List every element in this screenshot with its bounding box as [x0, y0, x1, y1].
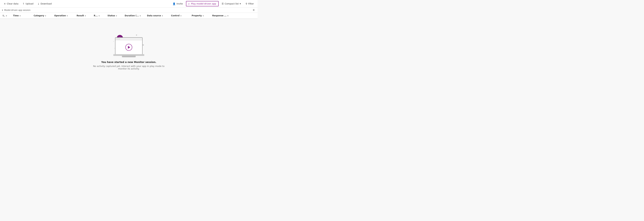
upload-icon: ↑ [22, 3, 24, 5]
download-button[interactable]: ↓ Download [36, 1, 53, 6]
toolbar-left: ✕ Clear data ↑ Upload ↓ Download [2, 1, 170, 6]
list-icon: ☰ [222, 3, 224, 5]
chevron-down-icon: ∨ [98, 15, 100, 17]
compact-list-button[interactable]: ☰ Compact list ▾ [220, 1, 243, 6]
session-label: Model-driven app session [4, 9, 30, 11]
column-status-label: Status [108, 15, 115, 17]
laptop-screen-top [116, 38, 142, 40]
laptop-dot-2 [118, 39, 119, 39]
invite-label: Invite [176, 3, 183, 5]
column-header-datasource[interactable]: Data source ∨ [146, 15, 170, 17]
chevron-down-icon: ∨ [140, 15, 141, 17]
laptop-stand [122, 56, 136, 57]
empty-state-subtitle: No activity captured yet. Interact with … [89, 65, 168, 70]
column-time-label: Time [13, 15, 19, 17]
play-triangle [128, 46, 130, 49]
column-duration-label: Duration (... [125, 15, 139, 17]
laptop-dot-1 [116, 39, 117, 39]
person-icon: 👤 [172, 3, 176, 5]
upload-button[interactable]: ↑ Upload [21, 1, 35, 6]
empty-state-illustration: + – – + + [112, 33, 146, 57]
session-bar: ℹ Model-driven app session ✕ [0, 8, 258, 13]
column-result-label: Result [76, 15, 84, 17]
play-circle-icon [125, 44, 132, 51]
play-model-driven-app-button[interactable]: ▷ Play model-driven app [186, 1, 218, 6]
chevron-down-icon: ∨ [20, 15, 21, 17]
filter-button[interactable]: ⚲ Filter [244, 1, 256, 6]
decoration-plus-2: + [142, 44, 144, 46]
laptop-screen [115, 37, 142, 55]
chevron-down-icon: ∨ [162, 15, 163, 17]
column-header-duration[interactable]: Duration (... ∨ [123, 15, 146, 17]
column-header-id[interactable]: I.. ∨ [1, 15, 12, 17]
column-operation-label: Operation [54, 15, 66, 17]
column-category-label: Category [34, 15, 44, 17]
toolbar: ✕ Clear data ↑ Upload ↓ Download 👤 Invit… [0, 0, 258, 8]
info-icon: ℹ [2, 9, 3, 11]
chevron-down-icon: ▾ [240, 3, 241, 5]
decoration-plus-1: + [136, 34, 138, 36]
column-header-property[interactable]: Property ∨ [190, 15, 211, 17]
download-label: Download [40, 3, 52, 5]
decoration-dash-1: – [112, 40, 114, 43]
column-header-r[interactable]: R... ∨ [92, 15, 106, 17]
column-header-response[interactable]: Response ... ∨ [211, 15, 235, 17]
column-header-time[interactable]: Time ∨ [12, 15, 32, 17]
column-header-category[interactable]: Category ∨ [32, 15, 53, 17]
upload-label: Upload [26, 3, 34, 5]
clear-data-label: Clear data [7, 3, 18, 5]
empty-state-title: You have started a new Monitor session. [101, 61, 156, 64]
column-header-control[interactable]: Control ∨ [170, 15, 190, 17]
laptop-screen-content [116, 40, 142, 54]
laptop-dot-3 [119, 39, 120, 39]
close-session-button[interactable]: ✕ [252, 8, 256, 12]
filter-label: Filter [248, 3, 254, 5]
column-datasource-label: Data source [147, 15, 161, 17]
close-icon: ✕ [4, 3, 6, 5]
toolbar-right: 👤 Invite ▷ Play model-driven app ☰ Compa… [171, 1, 256, 6]
column-control-label: Control [171, 15, 180, 17]
clear-data-button[interactable]: ✕ Clear data [2, 1, 20, 6]
chevron-down-icon: ∨ [180, 15, 182, 17]
column-r-label: R... [94, 15, 98, 17]
chevron-down-icon: ∨ [202, 15, 204, 17]
column-header-result[interactable]: Result ∨ [75, 15, 92, 17]
column-headers: I.. ∨ Time ∨ Category ∨ Operation ∨ Resu… [0, 13, 258, 19]
column-header-operation[interactable]: Operation ∨ [53, 15, 75, 17]
play-label: Play model-driven app [191, 3, 216, 5]
filter-icon: ⚲ [246, 3, 247, 5]
column-response-label: Response ... [212, 15, 226, 17]
column-header-status[interactable]: Status ∨ [106, 15, 123, 17]
main-content: + – – + + You have started a new Monitor… [0, 19, 258, 84]
chevron-down-icon: ∨ [67, 15, 68, 17]
chevron-down-icon: ∨ [227, 15, 228, 17]
compact-list-label: Compact list [225, 3, 238, 5]
chevron-down-icon: ∨ [45, 15, 46, 17]
chevron-down-icon: ∨ [85, 15, 86, 17]
invite-button[interactable]: 👤 Invite [171, 1, 184, 6]
play-icon: ▷ [188, 3, 190, 5]
chevron-down-icon: ∨ [6, 15, 7, 17]
column-property-label: Property [192, 15, 202, 17]
chevron-down-icon: ∨ [116, 15, 117, 17]
download-icon: ↓ [38, 3, 40, 5]
column-id-label: I.. [3, 15, 5, 17]
